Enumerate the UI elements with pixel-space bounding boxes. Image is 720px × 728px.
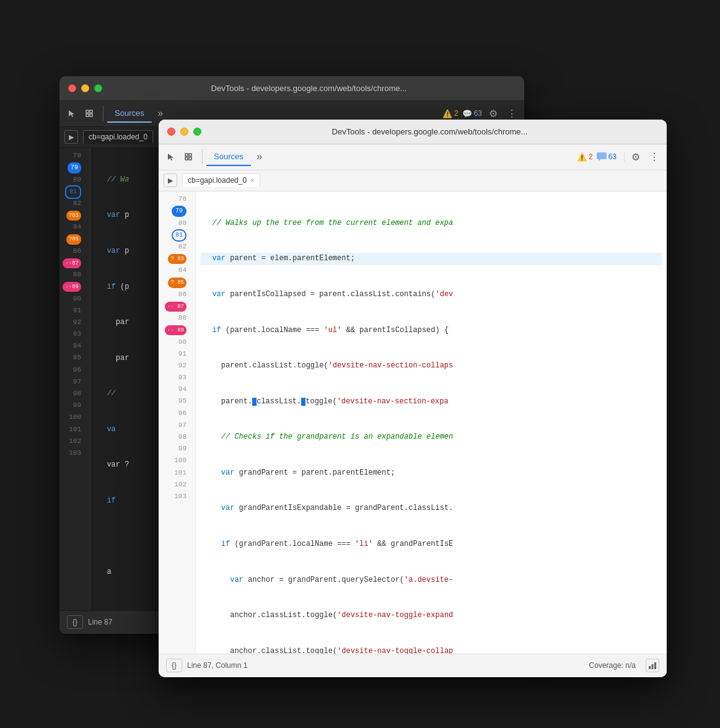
line-98-back: 98 (62, 388, 85, 400)
line-81-back[interactable]: 81 (62, 186, 85, 198)
play-icon-back[interactable]: ▶ (64, 130, 78, 144)
code-line-90: anchor.classList.toggle('devsite-nav-tog… (203, 646, 659, 654)
play-icon-front[interactable]: ▶ (164, 173, 177, 187)
line-86-front: 86 (161, 289, 190, 300)
message-count-front: 63 (608, 152, 617, 161)
svg-rect-1 (90, 110, 92, 113)
status-right-front: Coverage: n/a (589, 659, 659, 672)
warning-count-front: 2 (589, 152, 593, 161)
line-88-back: 88 (62, 269, 85, 281)
line-97-front: 97 (161, 419, 190, 431)
line-83-front[interactable]: ? 83 (161, 253, 190, 265)
line-96-back: 96 (62, 364, 85, 376)
line-96-front: 96 (161, 408, 190, 419)
svg-rect-11 (652, 664, 654, 669)
gear-icon-back[interactable]: ⚙ (486, 106, 501, 121)
line-81-front[interactable]: 81 (161, 229, 190, 241)
format-button-front[interactable]: {} (166, 659, 182, 672)
status-line-col-back: Line 87 (88, 618, 112, 626)
line-100-front: 100 (161, 455, 190, 467)
minimize-button-front[interactable] (180, 128, 188, 136)
message-bubble-icon (597, 152, 607, 161)
cursor-icon-front[interactable] (164, 149, 178, 164)
message-count-back: 63 (474, 109, 482, 118)
file-tab-close-front[interactable]: × (250, 177, 254, 184)
line-89-front[interactable]: ·· 89 (161, 325, 190, 336)
maximize-button-back[interactable] (94, 84, 102, 92)
window-title-back: DevTools - developers.google.com/web/too… (102, 84, 516, 93)
svg-rect-2 (86, 114, 89, 116)
line-91-front: 91 (161, 348, 190, 360)
status-bar-front: {} Line 87, Column 1 Coverage: n/a (159, 654, 667, 677)
devtools-window-front: DevTools - developers.google.com/web/too… (159, 120, 667, 677)
message-badge-back[interactable]: 💬 63 (462, 109, 482, 118)
more-tabs-front[interactable]: » (252, 149, 267, 164)
line-93-back: 93 (62, 328, 85, 340)
line-78-back: 78 (62, 151, 85, 162)
file-toolbar-front: ▶ cb=gapi.loaded_0 × (159, 170, 667, 191)
status-line-col-front: Line 87, Column 1 (187, 661, 247, 670)
inspect-icon-back[interactable] (82, 106, 97, 121)
inspect-icon-front[interactable] (181, 149, 196, 164)
line-95-front: 95 (161, 396, 190, 408)
line-87-front[interactable]: ·· 87 (161, 300, 190, 312)
file-tab-name-back: cb=gapi.loaded_0 (89, 133, 147, 141)
message-badge-front[interactable]: 63 (597, 152, 617, 161)
svg-marker-9 (599, 159, 600, 161)
line-88-front: 88 (161, 312, 190, 324)
svg-rect-4 (185, 154, 188, 156)
file-tab-name-front: cb=gapi.loaded_0 (188, 176, 247, 185)
warning-badge-front[interactable]: ⚠️ 2 (577, 152, 593, 162)
tabs-front: Sources » (206, 148, 267, 166)
line-80-front: 80 (161, 217, 190, 229)
line-103-front: 103 (161, 491, 190, 502)
line-89-back[interactable]: ··89 (62, 281, 85, 293)
line-79-back[interactable]: 79 (62, 162, 85, 174)
line-90-back: 90 (62, 293, 85, 305)
line-85-back[interactable]: ?85 (62, 234, 85, 245)
line-87-back[interactable]: ··87 (62, 257, 85, 269)
code-line-80: var parentIsCollapsed = parent.classList… (203, 289, 659, 300)
line-99-front: 99 (161, 443, 190, 455)
window-title-front: DevTools - developers.google.com/web/too… (201, 127, 658, 136)
line-83-back[interactable]: ?83 (62, 209, 85, 221)
toolbar-right-back: ⚠️ 2 💬 63 ⚙ ⋮ (442, 106, 519, 121)
tab-sources-back[interactable]: Sources (107, 105, 152, 123)
tab-sources-front[interactable]: Sources (206, 148, 251, 166)
devtools-toolbar-front: Sources » ⚠️ 2 63 (159, 144, 667, 170)
line-101-front: 101 (161, 467, 190, 479)
warning-icon-back: ⚠️ (442, 109, 452, 118)
svg-rect-0 (86, 110, 89, 113)
file-tab-front[interactable]: cb=gapi.loaded_0 × (182, 173, 260, 187)
svg-rect-8 (597, 152, 607, 159)
line-86-back: 86 (62, 245, 85, 257)
code-area-front: 78 79 80 81 82 ? 83 84 ? 85 86 ·· 87 88 … (159, 191, 667, 654)
line-85-front[interactable]: ? 85 (161, 277, 190, 289)
line-78-front: 78 (161, 194, 190, 206)
line-numbers-front: 78 79 80 81 82 ? 83 84 ? 85 86 ·· 87 88 … (159, 191, 196, 654)
line-102-front: 102 (161, 479, 190, 491)
warning-badge-back[interactable]: ⚠️ 2 (442, 109, 459, 118)
coverage-icon-front[interactable] (646, 659, 659, 672)
traffic-lights-front (167, 128, 201, 136)
toolbar-right-front: ⚠️ 2 63 ⚙ ⋮ (577, 149, 662, 164)
line-99-back: 99 (62, 400, 85, 411)
svg-rect-12 (654, 662, 656, 669)
close-button-back[interactable] (68, 84, 76, 92)
gear-icon-front[interactable]: ⚙ (628, 149, 643, 164)
svg-rect-10 (649, 666, 651, 669)
file-tab-back[interactable]: cb=gapi.loaded_0 (83, 130, 153, 144)
format-button-back[interactable]: {} (67, 615, 83, 629)
traffic-lights-back (68, 84, 102, 92)
maximize-button-front[interactable] (193, 128, 201, 136)
code-content-front: // Walks up the tree from the current el… (196, 191, 667, 654)
more-menu-back[interactable]: ⋮ (504, 106, 519, 121)
minimize-button-back[interactable] (81, 84, 89, 92)
more-tabs-back[interactable]: » (153, 106, 168, 121)
close-button-front[interactable] (167, 128, 175, 136)
more-menu-front[interactable]: ⋮ (647, 149, 662, 164)
message-icon-back: 💬 (462, 109, 472, 118)
cursor-icon-back[interactable] (64, 106, 79, 121)
toolbar-icons-back (64, 106, 103, 121)
line-79-front[interactable]: 79 (161, 206, 190, 217)
